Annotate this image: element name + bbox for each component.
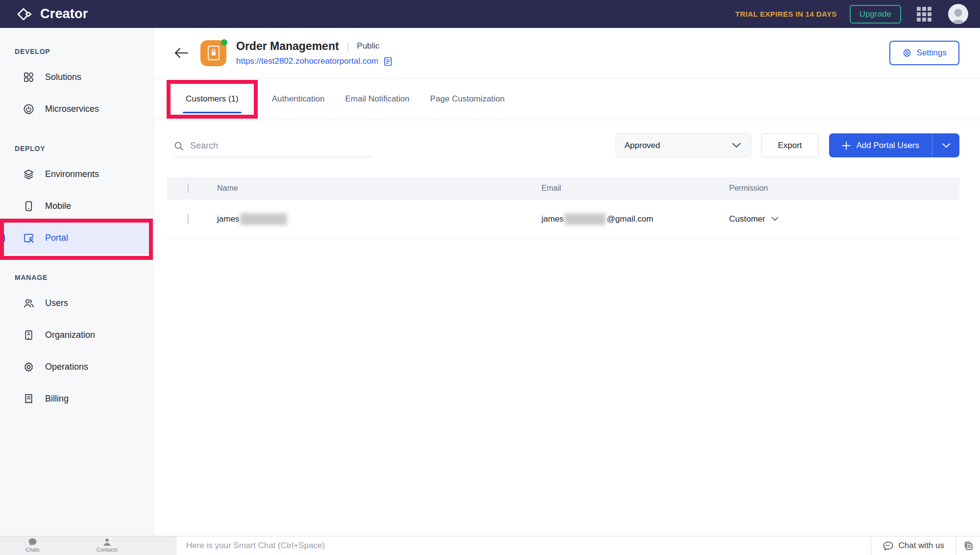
creator-logo-icon	[17, 6, 33, 23]
tab-label: Email Notification	[345, 94, 409, 104]
email-prefix-text: james	[541, 214, 564, 224]
search-input[interactable]	[190, 141, 372, 151]
active-indicator	[0, 231, 5, 245]
main-content: Order Management | Public https://test28…	[153, 28, 980, 555]
copy-url-icon[interactable]	[383, 56, 392, 67]
sidebar-item-organization[interactable]: Organization	[0, 319, 153, 351]
trial-expiry-text: TRIAL EXPIRES IN 14 DAYS	[735, 10, 837, 18]
add-button-label: Add Portal Users	[857, 141, 920, 151]
search-box	[174, 141, 372, 157]
organization-icon	[23, 329, 34, 341]
sidebar-item-label: Billing	[45, 394, 69, 404]
chevron-down-icon	[732, 143, 741, 148]
cell-name: james	[217, 213, 541, 225]
sidebar: DEVELOP Solutions Microservices	[0, 28, 153, 555]
plus-icon	[842, 141, 851, 150]
smart-chat-bar	[176, 536, 871, 555]
sidebar-section-manage: MANAGE	[15, 274, 153, 283]
status-filter-dropdown[interactable]: Approved	[615, 133, 751, 157]
billing-icon	[23, 393, 34, 405]
sidebar-item-environments[interactable]: Environments	[0, 158, 153, 190]
table-header: Name Email Permission	[167, 177, 959, 200]
title-separator: |	[347, 41, 349, 51]
contacts-dock-item[interactable]: Contacts	[97, 536, 118, 553]
sidebar-item-operations[interactable]: Operations	[0, 351, 153, 383]
tab-authentication[interactable]: Authentication	[272, 78, 325, 120]
portal-icon	[23, 232, 34, 244]
users-icon	[23, 298, 34, 309]
tab-customers[interactable]: Customers (1)	[173, 78, 251, 120]
app-header: Order Management | Public https://test28…	[153, 28, 980, 78]
sidebar-item-mobile[interactable]: Mobile	[0, 190, 153, 222]
tab-label: Page Customization	[430, 94, 505, 104]
user-avatar[interactable]	[948, 4, 968, 24]
sidebar-item-label: Solutions	[45, 72, 81, 82]
sidebar-item-label: Microservices	[45, 104, 99, 114]
export-button[interactable]: Export	[761, 133, 819, 157]
sidebar-item-label: Environments	[45, 169, 99, 179]
back-button[interactable]	[173, 45, 190, 61]
sidebar-item-portal[interactable]: Portal	[0, 222, 153, 254]
tabs: Customers (1) Authentication Email Notif…	[153, 78, 980, 120]
page-title: Order Management	[236, 40, 339, 53]
sidebar-item-label: Operations	[45, 362, 88, 372]
brand-name: Creator	[40, 6, 88, 22]
filter-value: Approved	[625, 141, 661, 151]
chevron-down-icon	[771, 217, 779, 221]
footer-right: Chat with us	[871, 536, 980, 555]
add-portal-users-button[interactable]: Add Portal Users	[829, 133, 960, 157]
solutions-icon	[23, 72, 34, 83]
portal-url-link[interactable]: https://test2802.zohocreatorportal.com	[236, 56, 378, 66]
top-navbar: Creator TRIAL EXPIRES IN 14 DAYS Upgrade	[0, 0, 980, 28]
select-all-checkbox[interactable]	[188, 183, 189, 193]
column-header-name: Name	[217, 184, 541, 193]
bottom-bar: Chats Contacts Chat with us	[0, 536, 980, 555]
sidebar-item-label: Users	[45, 298, 68, 308]
search-icon	[174, 141, 184, 151]
chat-with-us-label: Chat with us	[898, 541, 944, 551]
app-switcher-icon[interactable]	[917, 7, 931, 22]
tab-page-customization[interactable]: Page Customization	[430, 78, 505, 120]
microservices-icon	[23, 103, 34, 115]
row-checkbox[interactable]	[188, 214, 189, 224]
sidebar-item-microservices[interactable]: Microservices	[0, 93, 153, 125]
settings-button[interactable]: Settings	[889, 41, 959, 65]
sidebar-section-develop: DEVELOP	[15, 48, 153, 57]
operations-icon	[23, 361, 34, 373]
name-text: james	[217, 214, 239, 224]
environments-icon	[23, 169, 34, 180]
sidebar-section-deploy: DEPLOY	[15, 145, 153, 154]
contacts-label: Contacts	[97, 547, 118, 553]
add-options-caret[interactable]	[932, 133, 959, 157]
chat-dock: Chats Contacts	[0, 536, 176, 555]
app-icon	[200, 40, 226, 66]
sidebar-item-users[interactable]: Users	[0, 287, 153, 319]
status-dot	[221, 39, 227, 46]
tab-label: Authentication	[272, 94, 325, 104]
permission-value: Customer	[729, 214, 765, 224]
stacked-windows-icon[interactable]	[956, 541, 980, 551]
redacted-name	[240, 213, 287, 225]
upgrade-button[interactable]: Upgrade	[850, 5, 901, 24]
mobile-icon	[23, 201, 34, 212]
tab-email-notification[interactable]: Email Notification	[345, 78, 409, 120]
sidebar-item-label: Portal	[45, 233, 68, 243]
sidebar-item-billing[interactable]: Billing	[0, 383, 153, 415]
sidebar-item-label: Organization	[45, 330, 95, 340]
column-header-permission: Permission	[729, 184, 959, 193]
tab-label: Customers (1)	[186, 94, 239, 104]
brand[interactable]: Creator	[17, 6, 88, 23]
cell-email: james @gmail.com	[541, 213, 729, 225]
gear-icon	[902, 48, 912, 58]
chats-label: Chats	[25, 547, 40, 553]
smart-chat-input[interactable]	[186, 541, 871, 551]
column-header-email: Email	[541, 184, 729, 193]
email-suffix-text: @gmail.com	[607, 214, 653, 224]
chats-dock-item[interactable]: Chats	[25, 536, 40, 553]
portal-users-table: Name Email Permission james james @gmail…	[167, 177, 959, 239]
permission-dropdown[interactable]: Customer	[729, 214, 959, 224]
toolbar: Approved Export Add Portal Users	[174, 133, 959, 157]
table-row: james james @gmail.com Customer	[167, 200, 959, 239]
sidebar-item-solutions[interactable]: Solutions	[0, 61, 153, 93]
chat-with-us-button[interactable]: Chat with us	[871, 541, 956, 551]
